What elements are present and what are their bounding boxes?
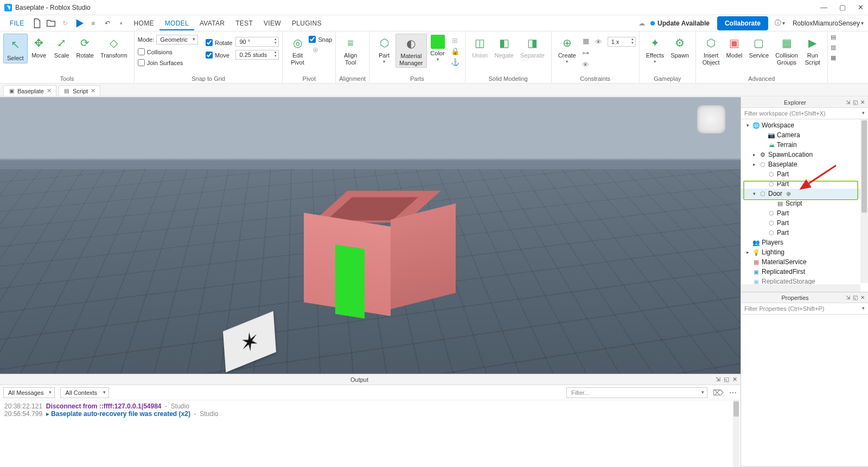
tree-node-workspace[interactable]: ▾🌐Workspace [741,120,868,130]
explorer-scrollbar-v[interactable] [860,119,868,283]
collaborate-button[interactable]: Collaborate [717,16,768,30]
snap-move-value[interactable]: 0.25 studs [235,50,279,60]
output-popout-icon[interactable]: ◱ [724,376,729,383]
explorer-maximize-icon[interactable]: ⇲ [846,99,850,105]
tree-node-materialservice[interactable]: ▦MaterialService [741,257,868,267]
tree-node-replicatedfirst[interactable]: ▣ReplicatedFirst [741,267,868,277]
ribbon-strip-icon-3[interactable]: ▦ [831,54,836,61]
join-surfaces-checkbox[interactable]: Join Surfaces [138,59,198,66]
tree-node-players[interactable]: 👥Players [741,238,868,247]
explorer-popout-icon[interactable]: ◱ [853,99,858,105]
redo-icon[interactable]: ↻ [59,17,71,29]
new-file-icon[interactable] [31,17,43,29]
effects-button[interactable]: ✦Effects▾ [643,34,667,65]
tree-node-part[interactable]: ⬡Part [741,218,868,228]
run-script-button[interactable]: ▶Run Script [801,34,824,67]
tab-test[interactable]: TEST [230,16,258,30]
group-icon[interactable]: ⊞ [450,35,460,45]
minimize-button[interactable]: — [820,3,827,11]
undo-icon[interactable]: ↶ [101,17,113,29]
negate-button[interactable]: ◧Negate [492,34,517,60]
tree-node-script[interactable]: ▤Script [741,199,868,208]
tab-home[interactable]: HOME [129,16,159,30]
constraint-show-icon[interactable]: 👁 [581,60,591,69]
pivot-reset-icon[interactable]: ⊕ [310,44,320,54]
service-button[interactable]: ▢Service [746,34,773,60]
output-log[interactable]: 20:38:22.121 Disconnect from ::ffff:127.… [0,400,741,467]
scene-building[interactable] [304,182,429,306]
tree-node-door[interactable]: ▾⬡Door⊕ [741,189,868,199]
output-close-icon[interactable]: ✕ [732,376,737,383]
mode-select[interactable]: Geometric [156,35,198,44]
properties-filter-input[interactable]: Filter Properties (Ctrl+Shift+P) [741,303,868,315]
rotate-tool-button[interactable]: ⟳Rotate [73,34,97,60]
tab-plugins[interactable]: PLUGINS [286,16,327,30]
tree-node-camera[interactable]: 📷Camera [741,130,868,140]
explorer-scrollbar-h[interactable] [741,284,860,292]
user-chevron-icon[interactable]: ▾ [861,20,864,26]
union-button[interactable]: ◫Union [469,34,492,60]
tab-avatar[interactable]: AVATAR [194,16,230,30]
undo-menu-chevron-icon[interactable]: ▾ [116,17,127,29]
edit-pivot-button[interactable]: ◎Edit Pivot [286,34,309,67]
play-icon[interactable] [73,17,85,29]
menu-file[interactable]: FILE [4,16,30,30]
insert-part-button[interactable]: ⬡Part▾ [373,34,395,65]
collisions-checkbox[interactable]: Collisions [138,48,198,55]
tree-node-terrain[interactable]: ⛰Terrain [741,140,868,150]
spawn-button[interactable]: ⚙Spawn [667,34,692,60]
doc-tab-baseplate[interactable]: ▣ Baseplate ✕ [3,85,56,96]
view-cube-gizmo[interactable] [697,105,725,133]
tree-node-part[interactable]: ⬡Part [741,208,868,218]
snap-rotate-checkbox[interactable]: Rotate [206,39,232,46]
tree-node-part[interactable]: ⬡Part [741,169,868,179]
close-button[interactable]: ✕ [858,3,864,11]
viewport-3d[interactable]: ✶ [0,97,741,374]
close-tab-icon[interactable]: ✕ [91,87,95,94]
doc-tab-script[interactable]: ▤ Script ✕ [59,85,100,96]
clear-output-icon[interactable]: ⌦ [713,388,724,397]
snap-rotate-value[interactable]: 90 ° [235,37,279,47]
model-button[interactable]: ▣Model [723,34,746,60]
properties-maximize-icon[interactable]: ⇲ [846,295,850,300]
explorer-close-icon[interactable]: ✕ [860,99,865,105]
tree-node-baseplate[interactable]: ▸⬡Baseplate [741,159,868,169]
help-icon[interactable]: ⓘ [775,18,781,28]
tab-model[interactable]: MODEL [159,16,194,30]
color-picker-button[interactable]: Color▾ [427,34,449,63]
tree-node-spawnlocation[interactable]: ▸⚙SpawnLocation [741,150,868,159]
output-contexts-filter[interactable]: All Contexts [60,387,109,398]
open-file-icon[interactable] [45,17,57,29]
explorer-filter-input[interactable]: Filter workspace (Ctrl+Shift+X) [741,108,868,119]
output-more-icon[interactable]: ⋯ [729,388,737,397]
move-tool-button[interactable]: ✥Move [28,34,50,60]
separate-button[interactable]: ◨Separate [517,34,548,60]
collapse-ribbon-icon[interactable]: ▤ [831,34,836,41]
explorer-tree[interactable]: ▾🌐Workspace 📷Camera ⛰Terrain ▸⚙SpawnLoca… [741,119,868,292]
username-label[interactable]: RobloxMiamuroSensey [793,20,860,27]
add-child-icon[interactable]: ⊕ [786,190,791,197]
tree-node-lighting[interactable]: ▸💡Lighting [741,247,868,257]
collision-groups-button[interactable]: ▦Collision Groups [772,34,801,67]
create-constraint-button[interactable]: ⊕Create▾ [555,34,579,65]
update-available-button[interactable]: Update Available [658,20,710,27]
help-chevron-icon[interactable]: ▾ [782,20,785,26]
tree-node-part[interactable]: ⬡Part [741,179,868,189]
stop-icon[interactable]: ■ [87,17,99,29]
constraint-weld-icon[interactable]: ⊶ [581,48,591,57]
transform-tool-button[interactable]: ◇Transform [97,34,131,60]
output-scrollbar[interactable] [733,400,739,467]
properties-popout-icon[interactable]: ◱ [853,295,858,300]
lock-icon[interactable]: 🔒 [450,46,460,56]
select-tool-button[interactable]: ↖Select [3,34,28,63]
constraint-scale-value[interactable]: 1 x [608,37,636,47]
close-tab-icon[interactable]: ✕ [47,87,52,94]
tab-view[interactable]: VIEW [258,16,286,30]
ribbon-strip-icon-2[interactable]: ▥ [831,44,836,51]
align-tool-button[interactable]: ≡Align Tool [339,34,362,67]
cloud-icon[interactable]: ☁ [639,20,645,27]
tree-node-part[interactable]: ⬡Part [741,228,868,238]
scene-door-part[interactable] [335,245,365,319]
snap-move-checkbox[interactable]: Move [206,52,232,59]
insert-object-button[interactable]: ⬡Insert Object [699,34,723,67]
